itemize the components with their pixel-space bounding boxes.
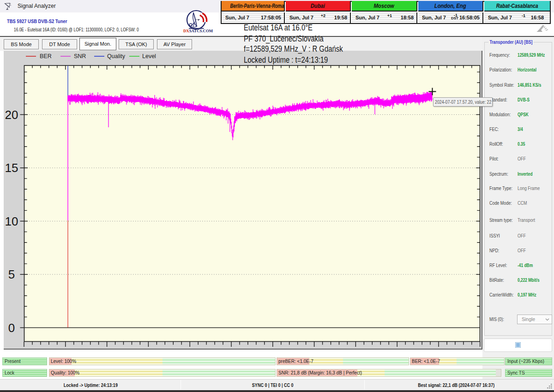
svg-text:0: 0 bbox=[8, 321, 15, 335]
svg-text:10: 10 bbox=[5, 214, 18, 228]
svg-text:20: 20 bbox=[5, 108, 18, 122]
svg-text:5: 5 bbox=[8, 267, 15, 281]
svg-text:15: 15 bbox=[5, 161, 18, 175]
